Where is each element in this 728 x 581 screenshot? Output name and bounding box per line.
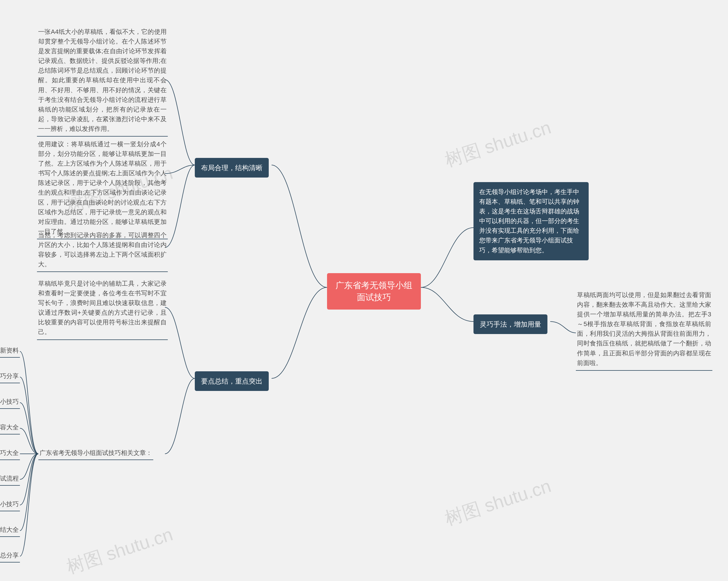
root-node[interactable]: 广东省考无领导小组面试技巧: [327, 273, 421, 309]
branch-skill[interactable]: 灵巧手法，增加用量: [473, 314, 547, 334]
related-link-4[interactable]: ★ 公务员公布面试内容大全: [0, 423, 20, 434]
leaf-layout-p3: 当然，考虑到记录内容的多寡，可以调整四个片区的大小，比如个人陈述提纲和自由讨论内…: [37, 230, 168, 272]
watermark: 树图 shutu.cn: [442, 115, 554, 173]
watermark: 树图 shutu.cn: [442, 474, 554, 531]
leaf-summary-p1: 草稿纸毕竟只是讨论中的辅助工具，大家记录和查看时一定要便捷，各位考生在书写时不宜…: [37, 279, 168, 340]
related-link-8[interactable]: ★ 公务员面试类型总结大全: [0, 525, 20, 537]
related-link-2[interactable]: ★ 公务员高效面试技巧分享: [0, 371, 20, 383]
related-link-1[interactable]: ★ 2022广东省考面试应变技巧最新资料: [0, 346, 20, 358]
intro-node[interactable]: 在无领导小组讨论考场中，考生手中有题本、草稿纸、笔和可以共享的钟表，这是考生在这…: [473, 182, 589, 260]
related-link-9[interactable]: ★ 2021年公务员考试面试技巧汇总分享: [0, 551, 20, 562]
leaf-related-label: 广东省考无领导小组面试技巧相关文章：: [38, 448, 153, 460]
leaf-layout-p1: 一张A4纸大小的草稿纸，看似不大，它的使用却贯穿整个无领导小组讨论。在个人陈述环…: [37, 27, 168, 136]
branch-summary[interactable]: 要点总结，重点突出: [195, 371, 269, 391]
branch-layout[interactable]: 布局合理，结构清晰: [195, 158, 269, 178]
leaf-layout-p2: 使用建议：将草稿纸通过一横一竖划分成4个部分，划分功能分区，能够让草稿纸更加一目…: [37, 140, 168, 239]
related-link-6[interactable]: ★ 2021公务员的面试流程: [0, 474, 20, 486]
related-link-3[interactable]: ★ 2021年份省考公务员面试小技巧: [0, 397, 20, 409]
watermark: 树图 shutu.cn: [63, 522, 176, 580]
related-link-7[interactable]: ★ 2021年份省考公务员面试表达小技巧: [0, 499, 20, 511]
related-link-5[interactable]: ★ 公务员面试亮点技巧大全: [0, 448, 20, 460]
leaf-skill-p1: 草稿纸两面均可以使用，但是如果翻过去看背面内容，翻来翻去效率不高且动作大。这里给…: [576, 290, 712, 371]
